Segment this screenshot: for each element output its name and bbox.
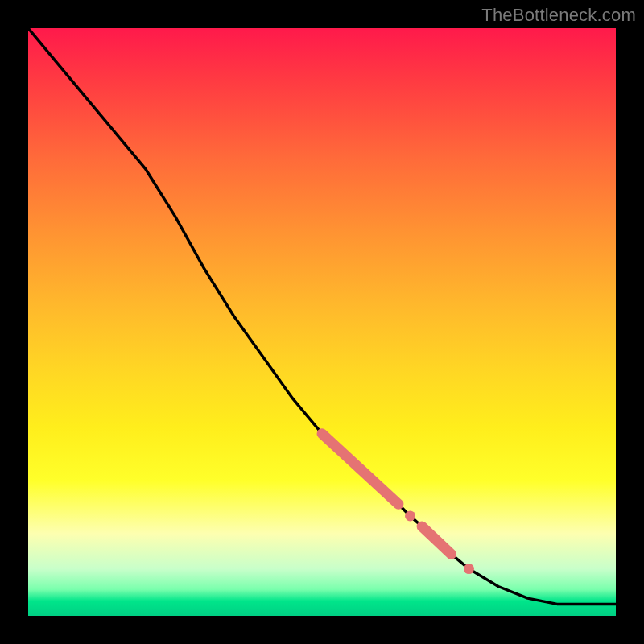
curve-line [28,28,616,604]
highlight-segment [322,434,398,505]
watermark-text: TheBottleneck.com [481,5,636,26]
highlight-segment [422,526,452,554]
plot-area [28,28,616,616]
highlight-dot [464,564,474,574]
chart-frame: TheBottleneck.com [0,0,644,644]
chart-overlay [28,28,616,616]
highlight-group [322,434,474,574]
highlight-dot [405,510,415,521]
